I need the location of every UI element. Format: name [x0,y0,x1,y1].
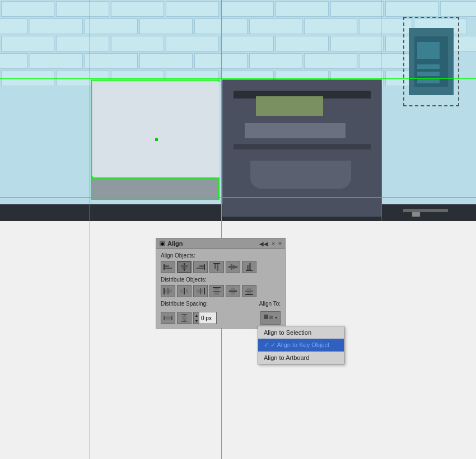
svg-rect-21 [247,265,249,270]
align-panel: ◆ Align ◀◀ × ≡ Align Objects: [156,238,286,329]
tv-center-dot [155,138,158,141]
align-v-center-btn[interactable] [226,261,240,273]
svg-rect-33 [201,289,203,293]
oven-ruler [245,121,346,138]
svg-rect-22 [249,263,251,270]
align-top-btn[interactable] [209,261,224,273]
guide-line-h2 [0,197,476,198]
svg-rect-32 [197,289,200,293]
scroll-bar[interactable] [403,209,448,212]
svg-rect-10 [182,268,186,269]
tv-screen-border [91,79,220,177]
svg-rect-6 [165,265,169,267]
svg-rect-55 [264,315,268,319]
guide-line-v3 [381,0,381,221]
align-bottom-btn[interactable] [242,261,256,273]
align-right-btn[interactable] [193,261,208,273]
guide-line-v1-bottom [90,221,90,459]
panel-title-text: Align [167,240,183,247]
distribute-objects-label: Distribute Objects: [161,277,281,283]
svg-rect-15 [214,264,216,269]
svg-rect-12 [199,265,204,267]
tv-object[interactable] [91,79,220,200]
align-to-dropdown-btn[interactable] [260,311,281,325]
svg-rect-34 [213,287,221,288]
icon-top-right [403,17,459,106]
svg-rect-18 [231,264,232,270]
spacing-stepper[interactable]: ▲ ▼ [194,312,199,324]
svg-rect-44 [247,292,251,294]
tv-base [91,177,220,200]
align-left-btn[interactable] [161,261,175,273]
svg-rect-4 [417,79,440,83]
align-to-dropdown-menu[interactable]: Align to Selection ✓ Align to Key Object… [258,326,344,364]
align-h-center-btn[interactable] [177,261,192,273]
guide-line-v2 [221,0,222,221]
dist-left-btn[interactable] [161,285,175,297]
guide-line-h1 [0,78,476,79]
svg-rect-37 [214,292,219,295]
dropdown-item-artboard[interactable]: Align to Artboard [258,352,344,364]
svg-rect-23 [164,288,165,294]
icon-inner-content [409,28,454,95]
svg-rect-27 [184,288,185,294]
svg-rect-40 [231,292,235,294]
svg-rect-47 [166,316,170,320]
oven-shelf [234,144,371,149]
panel-menu-btn[interactable]: ≡ [278,241,282,247]
svg-rect-19 [233,265,235,269]
dist-h-center-btn[interactable] [177,285,192,297]
svg-rect-1 [417,42,440,59]
svg-rect-45 [164,316,165,320]
panel-title-icon: ◆ [160,241,165,246]
panel-titlebar: ◆ Align ◀◀ × ≡ [156,238,285,249]
svg-rect-31 [200,288,201,294]
svg-rect-30 [204,288,205,294]
distribute-spacing-row: ▲ ▼ [161,311,281,325]
dist-top-btn[interactable] [209,285,224,297]
dist-bottom-btn[interactable] [242,285,256,297]
distribute-spacing-label: Distribute Spacing: [161,301,208,307]
svg-rect-9 [181,265,188,267]
svg-rect-14 [213,263,220,264]
dropdown-item-key-object[interactable]: ✓ Align to Key Object [258,339,344,352]
panel-title-controls: ◀◀ × ≡ [259,241,282,247]
svg-rect-41 [245,294,253,295]
dropdown-item-selection[interactable]: Align to Selection [258,326,344,339]
svg-marker-57 [275,317,277,319]
svg-rect-11 [204,264,205,270]
svg-rect-13 [197,268,204,269]
panel-body: Align Objects: Distribute Objects: [156,249,285,328]
svg-rect-38 [229,291,237,292]
svg-rect-5 [164,264,165,270]
panel-close-btn[interactable]: × [272,241,275,247]
panel-title-left: ◆ Align [160,240,183,247]
dist-spacing-v-btn[interactable] [177,312,192,324]
svg-rect-46 [171,316,172,320]
guide-line-v1 [90,0,90,221]
dist-right-btn[interactable] [193,285,208,297]
oven-bowls [250,161,351,189]
svg-rect-35 [213,291,221,292]
distribute-objects-buttons [161,285,281,297]
svg-rect-28 [180,289,183,293]
svg-rect-29 [186,289,188,293]
dist-spacing-h-btn[interactable] [161,312,175,324]
oven-object[interactable] [222,79,382,217]
svg-rect-42 [245,291,253,292]
dropdown-checkmark: ✓ [270,341,277,348]
step-down-btn[interactable]: ▼ [194,318,199,324]
svg-rect-39 [231,288,235,290]
panel-collapse-btn[interactable]: ◀◀ [259,241,268,247]
spacing-input-wrap[interactable]: ▲ ▼ [193,312,217,324]
svg-rect-43 [247,288,251,290]
svg-rect-20 [246,270,253,271]
dropdown-key-object-label: Align to Key Object [277,341,330,348]
dist-v-center-btn[interactable] [226,285,240,297]
step-up-btn[interactable]: ▲ [194,312,199,318]
svg-rect-52 [182,316,186,320]
svg-rect-24 [167,288,169,294]
spacing-input[interactable] [199,312,216,324]
canvas-area [0,0,476,221]
svg-rect-25 [165,289,167,293]
